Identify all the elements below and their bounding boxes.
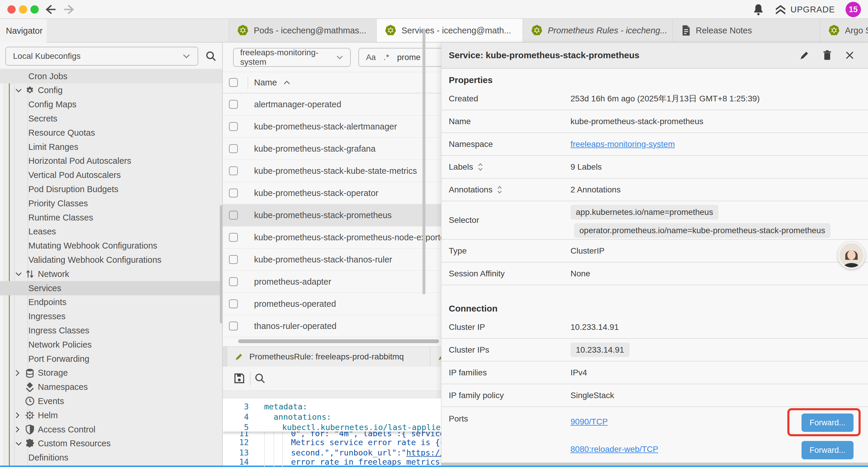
table-row[interactable]: kube-prometheus-stack-prometheus-node-ex… — [223, 226, 441, 249]
name-column-header[interactable]: Name — [254, 78, 290, 87]
row-checkbox[interactable] — [229, 167, 238, 175]
namespace-select[interactable]: freeleaps-monitoring-system — [233, 48, 351, 67]
select-all-checkbox[interactable] — [229, 78, 238, 87]
bell-icon[interactable] — [753, 3, 764, 16]
sidebar-item-services[interactable]: Services — [0, 281, 223, 295]
sidebar-item-secrets[interactable]: Secrets — [0, 111, 223, 126]
window-tab-3[interactable]: Prometheus Rules - icecheng... — [523, 19, 673, 42]
chevron-right-icon[interactable] — [15, 369, 20, 377]
row-checkbox[interactable] — [229, 233, 238, 242]
editor-tab-prometheusrule[interactable]: PrometheusRule: freeleaps-prod-rabbitmq — [227, 347, 430, 367]
close-tab-icon[interactable]: ✕ — [517, 25, 523, 36]
namespace-link[interactable]: freeleaps-monitoring-system — [570, 140, 675, 149]
code-link[interactable]: https://netdata.cloud/alerts — [406, 448, 441, 457]
table-row[interactable]: kube-prometheus-stack-operator — [223, 182, 441, 204]
delete-trash-icon[interactable] — [822, 50, 832, 61]
sidebar-item-priority-classes[interactable]: Priority Classes — [0, 196, 223, 210]
window-tab-1[interactable]: Pods - icecheng@mathmas... — [229, 19, 377, 42]
chevron-right-icon[interactable] — [15, 426, 20, 433]
save-icon[interactable] — [233, 372, 246, 385]
horizontal-scrollbar[interactable] — [238, 339, 439, 343]
search-icon[interactable] — [254, 372, 266, 384]
sidebar-item-network-policies[interactable]: Network Policies — [0, 338, 223, 352]
table-row[interactable]: prometheus-operated — [223, 293, 441, 315]
upgrade-button[interactable]: UPGRADE — [775, 4, 835, 15]
edit-pencil-icon[interactable] — [799, 50, 810, 61]
table-row[interactable]: kube-prometheus-stack-alertmanager — [223, 116, 441, 138]
sidebar-item-horizontal-pod-autoscalers[interactable]: Horizontal Pod Autoscalers — [0, 154, 223, 168]
regex-toggle[interactable]: .* — [383, 53, 390, 62]
row-checkbox[interactable] — [229, 299, 238, 308]
sidebar-item-namespaces[interactable]: Namespaces — [0, 380, 223, 394]
back-arrow-icon[interactable] — [44, 4, 57, 16]
sidebar-item-config-maps[interactable]: Config Maps — [0, 97, 223, 112]
sidebar-item-network[interactable]: Network — [0, 267, 223, 281]
chevron-right-icon[interactable] — [15, 411, 20, 419]
table-row[interactable]: thanos-ruler-operated — [223, 315, 441, 337]
row-checkbox[interactable] — [229, 277, 238, 286]
sidebar-item-validating-webhook-configurations[interactable]: Validating Webhook Configurations — [0, 253, 223, 267]
yaml-editor[interactable]: 110", for: "4m", labels :{ service : f12… — [223, 399, 441, 467]
search-icon[interactable] — [205, 50, 217, 62]
sidebar-item-runtime-classes[interactable]: Runtime Classes — [0, 210, 223, 225]
match-case-toggle[interactable]: Aa — [366, 53, 376, 62]
traffic-light-minimize[interactable] — [19, 5, 27, 13]
sidebar-item-ingresses[interactable]: Ingresses — [0, 310, 223, 324]
expand-collapse-icon[interactable] — [477, 162, 483, 172]
table-row[interactable]: kube-prometheus-stack-grafana — [223, 138, 441, 160]
details-scrollbar[interactable] — [423, 28, 426, 294]
sidebar-item-pod-disruption-budgets[interactable]: Pod Disruption Budgets — [0, 182, 223, 196]
sidebar-item-events[interactable]: Events — [0, 394, 223, 408]
row-checkbox[interactable] — [229, 144, 238, 153]
close-icon[interactable] — [845, 50, 855, 60]
table-row[interactable]: kube-prometheus-stack-kube-state-metrics — [223, 160, 441, 182]
filter-input[interactable]: Aa .* prome — [359, 48, 441, 67]
forward-button[interactable]: Forward... — [802, 413, 854, 432]
table-row[interactable]: alertmanager-operated — [223, 93, 441, 116]
row-checkbox[interactable] — [229, 100, 238, 109]
window-tab-5[interactable]: Argo Se — [820, 19, 868, 42]
sidebar-item-limit-ranges[interactable]: Limit Ranges — [0, 140, 223, 154]
sidebar-item-vertical-pod-autoscalers[interactable]: Vertical Pod Autoscalers — [0, 168, 223, 182]
row-checkbox[interactable] — [229, 211, 238, 220]
row-checkbox[interactable] — [229, 255, 238, 264]
row-checkbox[interactable] — [229, 188, 238, 198]
table-row[interactable]: kube-prometheus-stack-thanos-ruler — [223, 249, 441, 271]
expand-collapse-icon[interactable] — [497, 185, 502, 195]
editor-tab-partial[interactable] — [430, 347, 441, 367]
forward-arrow-icon[interactable] — [63, 4, 76, 16]
sidebar-item-mutating-webhook-configurations[interactable]: Mutating Webhook Configurations — [0, 239, 223, 253]
sidebar-scrollbar[interactable] — [220, 205, 223, 323]
chevron-down-icon[interactable] — [15, 271, 23, 276]
sidebar-item-definitions[interactable]: Definitions — [0, 451, 223, 465]
traffic-light-maximize[interactable] — [30, 5, 39, 13]
sidebar-item-label: Vertical Pod Autoscalers — [28, 170, 121, 180]
table-row[interactable]: prometheus-adapter — [223, 271, 441, 293]
sidebar-item-custom-resources[interactable]: Custom Resources — [0, 437, 223, 451]
notification-count-badge[interactable]: 15 — [845, 2, 861, 17]
row-checkbox[interactable] — [229, 322, 238, 330]
window-tab-4[interactable]: Release Notes — [673, 19, 820, 42]
sidebar-item-cron-jobs[interactable]: Cron Jobs — [0, 69, 223, 83]
sidebar-item-port-forwarding[interactable]: Port Forwarding — [0, 352, 223, 366]
port-link[interactable]: 8080:reloader-web/TCP — [570, 444, 658, 454]
sidebar-item-endpoints[interactable]: Endpoints — [0, 295, 223, 310]
table-row[interactable]: kube-prometheus-stack-prometheus — [223, 204, 441, 226]
traffic-light-close[interactable] — [7, 5, 16, 13]
sidebar-item-storage[interactable]: Storage — [0, 366, 223, 380]
sidebar-item-leases[interactable]: Leases — [0, 225, 223, 239]
port-link[interactable]: 9090/TCP — [570, 417, 608, 427]
forward-button[interactable]: Forward... — [802, 441, 854, 459]
chevron-down-icon[interactable] — [15, 88, 23, 93]
sidebar-item-access-control[interactable]: Access Control — [0, 422, 223, 437]
sidebar-item-resource-quotas[interactable]: Resource Quotas — [0, 126, 223, 140]
avatar[interactable] — [838, 242, 865, 269]
sidebar-item-ingress-classes[interactable]: Ingress Classes — [0, 323, 223, 338]
sidebar-item-helm[interactable]: Helm — [0, 408, 223, 422]
kubeconfig-select[interactable]: Local Kubeconfigs — [5, 47, 198, 66]
window-tab-2[interactable]: Services - icecheng@math...✕ — [377, 19, 523, 42]
navigator-tab[interactable]: Navigator — [0, 19, 47, 42]
chevron-down-icon[interactable] — [15, 441, 23, 446]
row-checkbox[interactable] — [229, 122, 238, 131]
sidebar-item-config[interactable]: Config — [0, 83, 223, 97]
